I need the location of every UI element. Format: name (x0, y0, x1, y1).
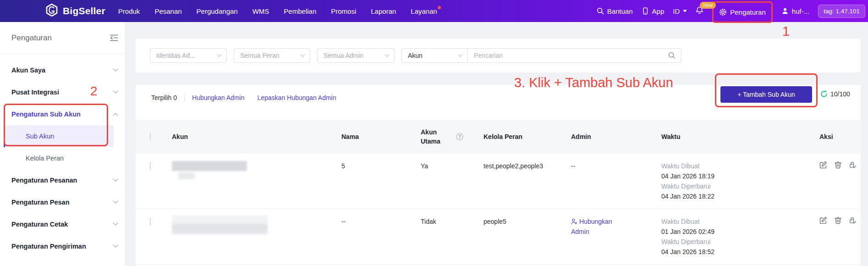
table-header-row: Akun Nama Akun Utama ? Kelola Peran Admi… (136, 120, 861, 154)
quota-text: 10/100 (830, 90, 850, 98)
user-plus-icon (571, 218, 577, 225)
sidebar-item-label: Pusat Integrasi (11, 89, 59, 96)
menu-layanan[interactable]: Layanan (411, 7, 437, 15)
version-tag: tag: 1.47.101 (818, 5, 865, 18)
bigseller-logo[interactable]: BigSeller (45, 3, 105, 19)
language-selector[interactable]: ID (673, 7, 687, 15)
delete-icon[interactable] (834, 161, 842, 169)
link-admin-row-button[interactable]: Hubungkan Admin (571, 216, 624, 237)
layanan-notification-dot (438, 6, 441, 9)
menu-pembelian[interactable]: Pembelian (284, 7, 316, 15)
table-row: 5 Ya test,people2,people3 -- Waktu Dibua… (136, 154, 861, 209)
search-icon[interactable] (668, 52, 676, 59)
waktu-cell: Waktu Dibuat 04 Jan 2026 18:19 Waktu Dip… (655, 161, 809, 201)
menu-promosi[interactable]: Promosi (331, 7, 356, 15)
sidebar-item-label: Kelola Peran (26, 155, 64, 162)
search-icon (597, 7, 604, 15)
identity-filter-select[interactable]: Identitas Ad... (150, 48, 227, 63)
waktu-dibuat-label: Waktu Dibuat (661, 216, 809, 227)
settings-label: Pengaturan (730, 8, 766, 16)
sidebar-item-label: Pengaturan Pesan (11, 199, 70, 206)
nama-cell: 5 (339, 161, 418, 171)
chevron-down-icon (458, 54, 463, 57)
help-label: Bantuan (607, 7, 633, 15)
role-filter-value: Semua Peran (240, 52, 280, 59)
settings-nav-button[interactable]: Pengaturan (719, 8, 766, 16)
collapse-sidebar-icon[interactable] (110, 34, 118, 41)
sidebar-item-sub-akun[interactable]: Sub Akun (4, 125, 114, 147)
select-all-checkbox[interactable] (150, 133, 151, 141)
add-sub-account-button[interactable]: + Tambah Sub Akun (720, 86, 812, 103)
header-kelola-peran: Kelola Peran (481, 133, 568, 140)
role-filter-select[interactable]: Semua Peran (234, 48, 310, 63)
akun-utama-cell: Ya (418, 161, 481, 171)
akun-utama-cell: Tidak (418, 216, 481, 227)
header-nama: Nama (339, 133, 418, 140)
nama-cell: -- (339, 216, 418, 227)
sidebar-item-pusat-integrasi[interactable]: Pusat Integrasi (0, 81, 125, 103)
waktu-diperbarui-value: 04 Jan 2026 18:52 (661, 247, 809, 257)
delete-icon[interactable] (834, 216, 842, 224)
menu-pergudangan[interactable]: Pergudangan (197, 7, 238, 15)
admin-filter-select[interactable]: Semua Admin (317, 48, 395, 63)
edit-icon[interactable] (819, 216, 827, 224)
akun-redacted (172, 161, 247, 171)
search-field-select[interactable]: Akun (401, 48, 468, 63)
chevron-down-icon (217, 54, 222, 57)
chevron-up-icon (113, 112, 118, 116)
chevron-down-icon (113, 68, 118, 72)
chevron-down-icon (113, 244, 118, 248)
akun-cell (166, 161, 339, 179)
header-aksi: Aksi (809, 133, 861, 140)
sidebar-item-pengaturan-pesanan[interactable]: Pengaturan Pesanan (0, 169, 125, 191)
aksi-cell (809, 216, 861, 224)
identity-filter-value: Identitas Ad... (156, 52, 195, 59)
sidebar-item-pengaturan-pengiriman[interactable]: Pengaturan Pengiriman (0, 235, 125, 257)
sub-account-table-card: Terpilih 0 Hubungkan Admin Lepaskan Hubu… (136, 85, 861, 266)
svg-text:?: ? (458, 134, 461, 139)
bigseller-settings-page: BigSeller Produk Pesanan Pergudangan WMS… (0, 0, 868, 266)
sidebar-item-label: Pengaturan Pengiriman (11, 243, 86, 250)
aksi-cell (809, 161, 861, 169)
menu-wms[interactable]: WMS (253, 7, 269, 15)
sidebar-item-pengaturan-sub-akun[interactable]: Pengaturan Sub Akun (0, 103, 125, 125)
help-link[interactable]: Bantuan (597, 7, 633, 15)
user-menu[interactable]: huf-... (781, 7, 809, 15)
unlink-admin-button[interactable]: Lepaskan Hubungan Admin (257, 94, 336, 101)
edit-icon[interactable] (819, 161, 827, 169)
gear-icon (719, 8, 727, 16)
menu-pesanan[interactable]: Pesanan (154, 7, 181, 15)
sidebar-item-pengaturan-cetak[interactable]: Pengaturan Cetak (0, 213, 125, 235)
header-akun-utama: Akun Utama ? (418, 127, 481, 146)
menu-produk[interactable]: Produk (118, 7, 140, 15)
admin-filter-value: Semua Admin (324, 52, 363, 59)
change-password-icon[interactable] (849, 216, 857, 224)
sidebar-item-label: Akun Saya (11, 66, 45, 74)
sidebar-item-kelola-peran[interactable]: Kelola Peran (0, 147, 125, 169)
row-checkbox[interactable] (150, 217, 151, 226)
waktu-dibuat-value: 01 Jan 2026 02:49 (661, 227, 809, 237)
app-link[interactable]: App (642, 7, 665, 15)
bigseller-logo-icon (45, 3, 59, 19)
row-checkbox[interactable] (150, 162, 151, 170)
question-circle-icon[interactable]: ? (456, 133, 464, 141)
menu-laporan[interactable]: Laporan (371, 7, 396, 15)
quota-indicator: 10/100 (820, 90, 850, 98)
chevron-down-icon (385, 54, 390, 57)
refresh-icon[interactable] (820, 90, 828, 98)
kelola-peran-cell: people5 (483, 216, 551, 227)
sidebar-item-label: Pengaturan Sub Akun (11, 111, 81, 118)
change-password-icon[interactable] (849, 161, 857, 169)
sidebar-item-pengaturan-pesan[interactable]: Pengaturan Pesan (0, 191, 125, 213)
link-admin-button[interactable]: Hubungkan Admin (192, 94, 244, 101)
user-icon (781, 7, 789, 15)
kelola-peran-cell: test,people2,people3 (483, 161, 551, 171)
search-input[interactable] (474, 52, 657, 59)
notifications-button[interactable]: New (696, 6, 703, 16)
sidebar-item-akun-saya[interactable]: Akun Saya (0, 59, 125, 81)
waktu-diperbarui-label: Waktu Diperbarui (661, 181, 809, 191)
akun-redacted-line2 (178, 172, 195, 179)
logo-text: BigSeller (63, 6, 105, 17)
top-navbar: BigSeller Produk Pesanan Pergudangan WMS… (0, 0, 868, 22)
language-label: ID (673, 7, 680, 15)
